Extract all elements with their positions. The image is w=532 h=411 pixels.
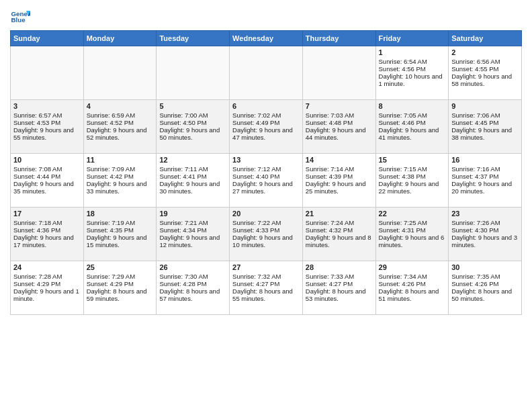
day-info: Daylight: 9 hours and 44 minutes. [306, 126, 373, 141]
day-number: 5 [159, 102, 226, 110]
day-number: 24 [13, 263, 81, 271]
calendar-cell: 8Sunrise: 7:05 AMSunset: 4:46 PMDaylight… [375, 100, 449, 154]
day-info: Daylight: 8 hours and 59 minutes. [87, 287, 154, 302]
day-number: 25 [87, 263, 154, 271]
day-info: Daylight: 9 hours and 33 minutes. [87, 180, 154, 195]
day-info: Sunset: 4:26 PM [379, 280, 446, 287]
day-number: 22 [379, 210, 446, 218]
calendar-week-row: 3Sunrise: 6:57 AMSunset: 4:53 PMDaylight… [11, 100, 522, 154]
calendar-cell: 12Sunrise: 7:11 AMSunset: 4:41 PMDayligh… [157, 154, 230, 208]
day-info: Sunrise: 7:06 AM [451, 111, 519, 119]
day-info: Sunset: 4:27 PM [232, 280, 300, 287]
day-number: 14 [306, 156, 373, 164]
weekday-header: Wednesday [230, 31, 303, 46]
calendar-cell: 22Sunrise: 7:25 AMSunset: 4:31 PMDayligh… [375, 208, 449, 261]
svg-text:Blue: Blue [11, 16, 26, 24]
calendar-cell: 4Sunrise: 6:59 AMSunset: 4:52 PMDaylight… [83, 100, 157, 154]
day-info: Sunrise: 7:34 AM [379, 273, 446, 280]
day-info: Sunset: 4:31 PM [379, 226, 446, 234]
calendar-cell: 6Sunrise: 7:02 AMSunset: 4:49 PMDaylight… [230, 100, 303, 154]
day-number: 13 [232, 156, 300, 164]
day-info: Daylight: 8 hours and 50 minutes. [451, 287, 519, 302]
day-info: Sunrise: 7:24 AM [306, 219, 373, 226]
weekday-header: Monday [83, 31, 157, 46]
calendar-week-row: 10Sunrise: 7:08 AMSunset: 4:44 PMDayligh… [11, 154, 522, 208]
day-info: Sunset: 4:52 PM [87, 119, 154, 126]
day-info: Daylight: 9 hours and 38 minutes. [451, 126, 519, 141]
calendar-cell: 7Sunrise: 7:03 AMSunset: 4:48 PMDaylight… [302, 100, 375, 154]
day-info: Sunrise: 6:54 AM [379, 58, 446, 65]
day-info: Sunset: 4:56 PM [379, 65, 446, 73]
calendar-cell: 21Sunrise: 7:24 AMSunset: 4:32 PMDayligh… [302, 208, 375, 261]
day-info: Sunset: 4:26 PM [451, 280, 519, 287]
day-number: 29 [379, 263, 446, 271]
day-number: 9 [451, 102, 519, 110]
day-info: Sunrise: 7:30 AM [159, 273, 226, 280]
calendar-cell: 15Sunrise: 7:15 AMSunset: 4:38 PMDayligh… [375, 154, 449, 208]
day-info: Sunrise: 7:15 AM [379, 165, 446, 173]
day-number: 2 [451, 48, 519, 56]
day-info: Daylight: 9 hours and 20 minutes. [451, 180, 519, 195]
calendar-cell: 11Sunrise: 7:09 AMSunset: 4:42 PMDayligh… [83, 154, 157, 208]
logo-icon: General Blue [10, 7, 30, 27]
header-row: SundayMondayTuesdayWednesdayThursdayFrid… [11, 31, 522, 46]
calendar-cell: 1Sunrise: 6:54 AMSunset: 4:56 PMDaylight… [375, 46, 449, 100]
day-info: Sunrise: 7:19 AM [87, 219, 154, 226]
day-info: Sunset: 4:27 PM [306, 280, 373, 287]
day-info: Sunset: 4:32 PM [306, 226, 373, 234]
day-info: Daylight: 8 hours and 57 minutes. [159, 287, 226, 302]
day-info: Sunrise: 7:18 AM [13, 219, 81, 226]
calendar-table: SundayMondayTuesdayWednesdayThursdayFrid… [10, 30, 522, 315]
day-number: 23 [451, 210, 519, 218]
calendar-cell [83, 46, 157, 100]
calendar-week-row: 17Sunrise: 7:18 AMSunset: 4:36 PMDayligh… [11, 208, 522, 261]
calendar-cell [11, 46, 84, 100]
day-info: Sunrise: 6:57 AM [13, 111, 81, 119]
day-number: 18 [87, 210, 154, 218]
day-number: 20 [232, 210, 300, 218]
day-info: Sunrise: 7:11 AM [159, 165, 226, 173]
day-info: Sunrise: 7:02 AM [232, 111, 300, 119]
day-info: Daylight: 9 hours and 50 minutes. [159, 126, 226, 141]
day-info: Sunset: 4:48 PM [306, 119, 373, 126]
weekday-header: Friday [375, 31, 449, 46]
day-info: Sunrise: 7:09 AM [87, 165, 154, 173]
day-info: Sunset: 4:38 PM [379, 173, 446, 180]
day-info: Sunrise: 7:08 AM [13, 165, 81, 173]
weekday-header: Sunday [11, 31, 84, 46]
day-info: Sunrise: 7:03 AM [306, 111, 373, 119]
calendar-cell: 19Sunrise: 7:21 AMSunset: 4:34 PMDayligh… [157, 208, 230, 261]
calendar-cell: 26Sunrise: 7:30 AMSunset: 4:28 PMDayligh… [157, 261, 230, 315]
calendar-cell: 27Sunrise: 7:32 AMSunset: 4:27 PMDayligh… [230, 261, 303, 315]
day-info: Daylight: 9 hours and 52 minutes. [87, 126, 154, 141]
day-info: Sunrise: 7:21 AM [159, 219, 226, 226]
day-info: Daylight: 9 hours and 55 minutes. [13, 126, 81, 141]
calendar-cell: 3Sunrise: 6:57 AMSunset: 4:53 PMDaylight… [11, 100, 84, 154]
calendar-cell: 20Sunrise: 7:22 AMSunset: 4:33 PMDayligh… [230, 208, 303, 261]
day-info: Sunset: 4:34 PM [159, 226, 226, 234]
day-info: Daylight: 9 hours and 12 minutes. [159, 234, 226, 248]
day-info: Sunset: 4:45 PM [451, 119, 519, 126]
day-info: Sunset: 4:55 PM [451, 65, 519, 73]
day-info: Daylight: 9 hours and 6 minutes. [379, 234, 446, 248]
calendar-cell: 10Sunrise: 7:08 AMSunset: 4:44 PMDayligh… [11, 154, 84, 208]
day-number: 4 [87, 102, 154, 110]
day-info: Daylight: 9 hours and 58 minutes. [451, 73, 519, 87]
day-info: Sunrise: 7:22 AM [232, 219, 300, 226]
day-number: 15 [379, 156, 446, 164]
day-number: 30 [451, 263, 519, 271]
day-info: Daylight: 9 hours and 25 minutes. [306, 180, 373, 195]
day-number: 17 [13, 210, 81, 218]
day-info: Daylight: 8 hours and 51 minutes. [379, 287, 446, 302]
day-number: 16 [451, 156, 519, 164]
day-info: Sunrise: 7:29 AM [87, 273, 154, 280]
day-info: Sunrise: 7:32 AM [232, 273, 300, 280]
calendar-cell [230, 46, 303, 100]
day-info: Sunrise: 7:14 AM [306, 165, 373, 173]
day-info: Daylight: 9 hours and 22 minutes. [379, 180, 446, 195]
calendar-cell: 29Sunrise: 7:34 AMSunset: 4:26 PMDayligh… [375, 261, 449, 315]
day-number: 7 [306, 102, 373, 110]
day-info: Sunrise: 7:26 AM [451, 219, 519, 226]
header: General Blue [10, 7, 522, 27]
calendar-cell: 24Sunrise: 7:28 AMSunset: 4:29 PMDayligh… [11, 261, 84, 315]
